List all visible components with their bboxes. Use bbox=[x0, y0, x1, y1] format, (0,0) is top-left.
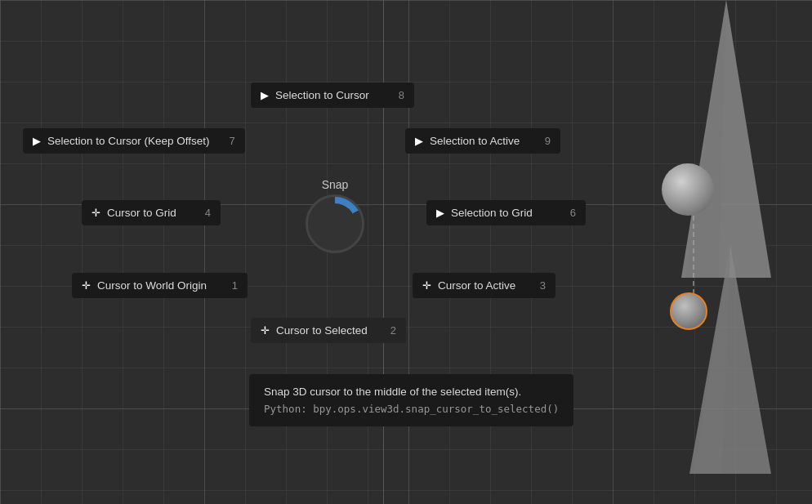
objects-area bbox=[526, 0, 812, 504]
blade-bottom-svg bbox=[685, 245, 775, 474]
cursor-to-world-origin-button[interactable]: ✛ Cursor to World Origin 1 bbox=[72, 273, 248, 298]
red-axis-line bbox=[383, 0, 384, 504]
cursor-to-selected-button[interactable]: ✛ Cursor to Selected 2 bbox=[251, 318, 406, 343]
viewport bbox=[0, 0, 812, 504]
cursor-to-active-button[interactable]: ✛ Cursor to Active 3 bbox=[413, 273, 555, 298]
sphere-bottom-selected bbox=[670, 292, 707, 330]
selection-to-active-button[interactable]: ▶ Selection to Active 9 bbox=[405, 128, 560, 154]
selection-active-icon: ▶ bbox=[415, 135, 423, 147]
cursor-icon: ▶ bbox=[261, 89, 269, 101]
cursor-active-icon: ✛ bbox=[422, 279, 431, 292]
sphere-top bbox=[662, 163, 714, 216]
blade-top-svg bbox=[673, 0, 779, 278]
cursor-selected-icon: ✛ bbox=[261, 324, 270, 337]
cursor-keep-icon: ▶ bbox=[33, 135, 41, 147]
selection-grid-icon: ▶ bbox=[436, 207, 444, 219]
selection-to-grid-button[interactable]: ▶ Selection to Grid 6 bbox=[426, 200, 586, 225]
cursor-to-grid-button[interactable]: ✛ Cursor to Grid 4 bbox=[82, 200, 221, 225]
sphere-connector bbox=[693, 216, 694, 294]
selection-to-cursor-button[interactable]: ▶ Selection to Cursor 8 bbox=[251, 83, 414, 108]
selection-to-cursor-keep-button[interactable]: ▶ Selection to Cursor (Keep Offset) 7 bbox=[23, 128, 245, 154]
cursor-grid-icon: ✛ bbox=[91, 207, 100, 219]
cursor-world-icon: ✛ bbox=[82, 279, 91, 292]
